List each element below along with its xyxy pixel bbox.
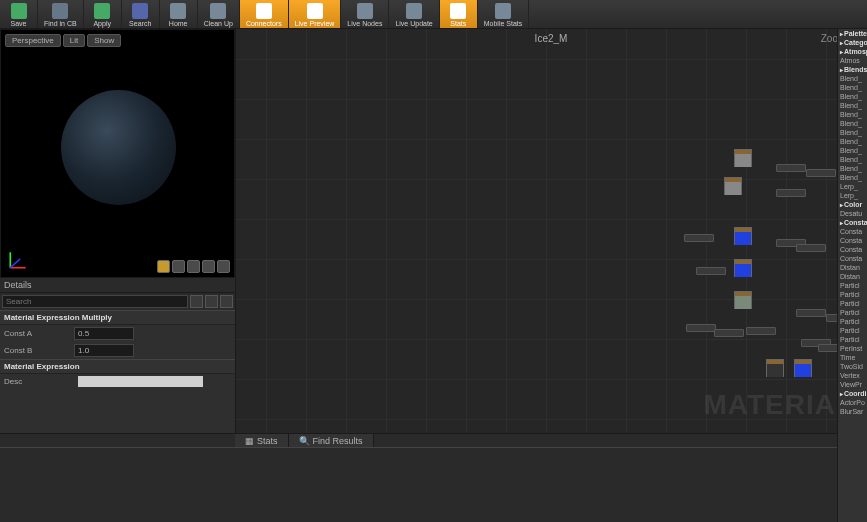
palette-item[interactable]: Blend_ — [838, 146, 867, 155]
expression-node[interactable] — [686, 324, 716, 332]
palette-item[interactable]: Lerp_ — [838, 182, 867, 191]
palette-item[interactable]: Desatu — [838, 209, 867, 218]
vp-tool-2[interactable] — [172, 260, 185, 273]
palette-group[interactable]: Consta — [838, 218, 867, 227]
prop-const-a: Const A 0.5 — [0, 325, 235, 342]
palette-group[interactable]: Atmosp — [838, 47, 867, 56]
expression-node[interactable] — [806, 169, 836, 177]
palette-item[interactable]: Consta — [838, 227, 867, 236]
filter-icon[interactable] — [205, 295, 218, 308]
palette-item[interactable]: ActorPo — [838, 398, 867, 407]
details-search — [0, 293, 235, 310]
palette-item[interactable]: Vertex — [838, 371, 867, 380]
texture-node[interactable] — [766, 359, 784, 377]
palette-item[interactable]: Distan — [838, 272, 867, 281]
tab-find[interactable]: 🔍Find Results — [289, 434, 374, 447]
palette-item[interactable]: Particl — [838, 335, 867, 344]
preview-viewport[interactable]: PerspectiveLitShow — [0, 29, 235, 278]
palette-item[interactable]: ViewPr — [838, 380, 867, 389]
palette-item[interactable]: Blend_ — [838, 119, 867, 128]
palette-item[interactable]: Blend_ — [838, 92, 867, 101]
texture-node[interactable] — [734, 227, 752, 245]
palette-item[interactable]: Distan — [838, 263, 867, 272]
palette-item[interactable]: Consta — [838, 245, 867, 254]
palette-item[interactable]: TwoSid — [838, 362, 867, 371]
expression-node[interactable] — [796, 309, 826, 317]
expression-node[interactable] — [684, 234, 714, 242]
palette-item[interactable]: Particl — [838, 281, 867, 290]
palette-item[interactable]: Blend_ — [838, 137, 867, 146]
expression-node[interactable] — [714, 329, 744, 337]
vp-tool-5[interactable] — [217, 260, 230, 273]
toolbar-live-update[interactable]: Live Update — [389, 0, 439, 28]
section-multiply[interactable]: Material Expression Multiply — [0, 310, 235, 325]
texture-node[interactable] — [724, 177, 742, 195]
palette-item[interactable]: Particl — [838, 290, 867, 299]
palette-item[interactable]: Blend_ — [838, 155, 867, 164]
palette-item[interactable]: Blend_ — [838, 128, 867, 137]
toolbar-mobile-stats[interactable]: Mobile Stats — [478, 0, 530, 28]
val-const-b[interactable]: 1.0 — [74, 344, 134, 357]
palette-item[interactable]: Blend_ — [838, 164, 867, 173]
toolbar-connectors[interactable]: Connectors — [240, 0, 289, 28]
section-expression[interactable]: Material Expression — [0, 359, 235, 374]
toolbar-find-in-cb[interactable]: Find in CB — [38, 0, 84, 28]
expression-node[interactable] — [746, 327, 776, 335]
palette-category[interactable]: Category — [838, 38, 867, 47]
palette-palette[interactable]: Palette — [838, 29, 867, 38]
palette-item[interactable]: Blend_ — [838, 101, 867, 110]
palette-item[interactable]: Blend_ — [838, 110, 867, 119]
desc-input[interactable] — [78, 376, 203, 387]
toolbar-clean-up[interactable]: Clean Up — [198, 0, 240, 28]
palette-item[interactable]: PerInst — [838, 344, 867, 353]
val-const-a[interactable]: 0.5 — [74, 327, 134, 340]
toolbar-live-preview[interactable]: Live Preview — [289, 0, 342, 28]
vp-tool-4[interactable] — [202, 260, 215, 273]
palette-item[interactable]: Lerp_ — [838, 191, 867, 200]
details-header: Details — [0, 278, 235, 293]
texture-node[interactable] — [734, 291, 752, 309]
palette-item[interactable]: Particl — [838, 317, 867, 326]
expression-node[interactable] — [796, 244, 826, 252]
texture-node[interactable] — [794, 359, 812, 377]
palette-item[interactable]: Particl — [838, 299, 867, 308]
search-input[interactable] — [2, 295, 188, 308]
toolbar-stats[interactable]: Stats — [440, 0, 478, 28]
palette-item[interactable]: Blend_ — [838, 173, 867, 182]
search-icon[interactable] — [190, 295, 203, 308]
toolbar-apply[interactable]: Apply — [84, 0, 122, 28]
palette-item[interactable]: Particl — [838, 308, 867, 317]
palette-group[interactable]: Blends — [838, 65, 867, 74]
vp-tool-1[interactable] — [157, 260, 170, 273]
vp-tab-lit[interactable]: Lit — [63, 34, 85, 47]
toolbar-save[interactable]: Save — [0, 0, 38, 28]
details-panel: Details Material Expression Multiply Con… — [0, 278, 235, 433]
texture-node[interactable] — [734, 259, 752, 277]
toolbar-live-nodes[interactable]: Live Nodes — [341, 0, 389, 28]
expression-node[interactable] — [776, 164, 806, 172]
expression-node[interactable] — [696, 267, 726, 275]
vp-tab-perspective[interactable]: Perspective — [5, 34, 61, 47]
palette-item[interactable]: Blend_ — [838, 83, 867, 92]
toolbar-search[interactable]: Search — [122, 0, 160, 28]
eye-icon[interactable] — [220, 295, 233, 308]
palette-item[interactable]: Consta — [838, 236, 867, 245]
texture-node[interactable] — [734, 149, 752, 167]
expression-node[interactable] — [776, 189, 806, 197]
stats-icon — [450, 3, 466, 19]
graph-canvas[interactable]: Ice2_M Zoom -6 MATERIAL ➤ — [235, 29, 867, 433]
palette-group[interactable]: Color — [838, 200, 867, 209]
palette-item[interactable]: Time — [838, 353, 867, 362]
palette-item[interactable]: Consta — [838, 254, 867, 263]
tab-stats[interactable]: ▦Stats — [235, 434, 289, 447]
palette-item[interactable]: Particl — [838, 326, 867, 335]
palette-group[interactable]: Coordi — [838, 389, 867, 398]
vp-tab-show[interactable]: Show — [87, 34, 121, 47]
vp-tool-3[interactable] — [187, 260, 200, 273]
palette-item[interactable]: Blend_ — [838, 74, 867, 83]
palette-item[interactable]: BlurSar — [838, 407, 867, 416]
palette-item[interactable]: Atmos — [838, 56, 867, 65]
mobile stats-icon — [495, 3, 511, 19]
toolbar-home[interactable]: Home — [160, 0, 198, 28]
label-desc: Desc — [4, 377, 74, 386]
